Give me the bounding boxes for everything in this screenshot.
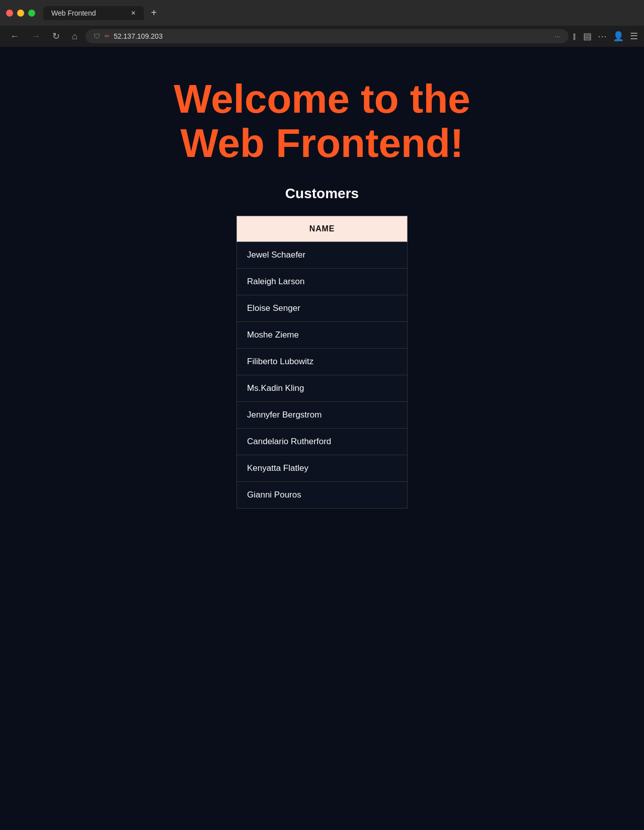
table-row: Kenyatta Flatley	[237, 455, 408, 482]
more-icon: ···	[554, 32, 560, 40]
synced-tabs-icon[interactable]: ⋯	[598, 31, 607, 42]
customer-name-cell: Candelario Rutherford	[237, 429, 408, 455]
active-tab[interactable]: Web Frontend ✕	[43, 6, 144, 20]
shield-icon: 🛡	[94, 32, 101, 40]
table-row: Eloise Senger	[237, 295, 408, 322]
customer-name-cell: Gianni Pouros	[237, 482, 408, 509]
home-button[interactable]: ⌂	[68, 29, 82, 44]
forward-button[interactable]: →	[27, 29, 44, 44]
url-input[interactable]	[114, 32, 550, 40]
table-row: Moshe Zieme	[237, 322, 408, 349]
customer-name-cell: Moshe Zieme	[237, 322, 408, 349]
table-row: Ms.Kadin Kling	[237, 375, 408, 402]
customer-name-cell: Raleigh Larson	[237, 269, 408, 295]
maximize-button[interactable]	[28, 10, 35, 17]
browser-chrome: Web Frontend ✕ + ← → ↻ ⌂ 🛡 ✏ ··· ⫿ ▤ ⋯ 👤…	[0, 0, 644, 47]
table-row: Gianni Pouros	[237, 482, 408, 509]
page-content: Welcome to the Web Frontend! Customers N…	[0, 47, 644, 821]
title-bar: Web Frontend ✕ +	[0, 0, 644, 26]
customer-name-cell: Jennyfer Bergstrom	[237, 402, 408, 429]
customer-name-cell: Filiberto Lubowitz	[237, 349, 408, 375]
edit-icon: ✏	[105, 33, 110, 40]
customer-name-cell: Jewel Schaefer	[237, 242, 408, 269]
customer-name-cell: Kenyatta Flatley	[237, 455, 408, 482]
tab-title: Web Frontend	[51, 9, 96, 17]
browser-nav-icons: ⫿ ▤ ⋯ 👤 ☰	[573, 31, 638, 42]
customer-name-cell: Eloise Senger	[237, 295, 408, 322]
customers-table: NAME Jewel SchaeferRaleigh LarsonEloise …	[236, 216, 408, 509]
minimize-button[interactable]	[17, 10, 24, 17]
table-row: Candelario Rutherford	[237, 429, 408, 455]
table-row: Raleigh Larson	[237, 269, 408, 295]
back-button[interactable]: ←	[6, 29, 23, 44]
reload-button[interactable]: ↻	[48, 29, 64, 44]
nav-bar: ← → ↻ ⌂ 🛡 ✏ ··· ⫿ ▤ ⋯ 👤 ☰	[0, 26, 644, 47]
tab-bar: Web Frontend ✕ +	[43, 5, 162, 21]
tab-close-button[interactable]: ✕	[131, 10, 136, 17]
table-header-name: NAME	[237, 216, 408, 242]
table-row: Filiberto Lubowitz	[237, 349, 408, 375]
account-icon[interactable]: 👤	[613, 31, 624, 42]
welcome-title: Welcome to the Web Frontend!	[146, 77, 498, 165]
table-row: Jewel Schaefer	[237, 242, 408, 269]
reader-icon[interactable]: ▤	[583, 31, 592, 42]
address-bar: 🛡 ✏ ···	[86, 29, 569, 43]
window-controls	[6, 10, 35, 17]
menu-icon[interactable]: ☰	[630, 31, 638, 42]
close-button[interactable]	[6, 10, 13, 17]
library-icon[interactable]: ⫿	[573, 31, 577, 42]
customer-name-cell: Ms.Kadin Kling	[237, 375, 408, 402]
new-tab-button[interactable]: +	[146, 5, 162, 21]
customers-heading: Customers	[285, 186, 359, 202]
table-row: Jennyfer Bergstrom	[237, 402, 408, 429]
